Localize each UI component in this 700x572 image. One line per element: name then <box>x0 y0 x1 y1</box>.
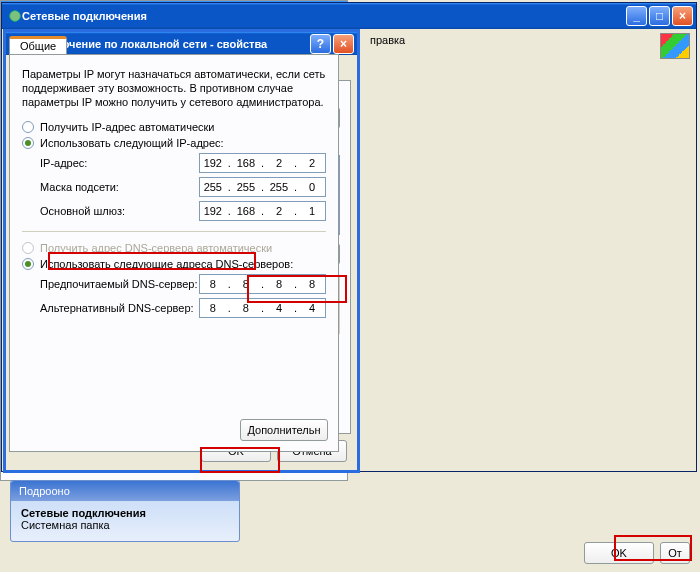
ip-octet[interactable]: 0 <box>299 181 325 193</box>
details-header[interactable]: Подрооно <box>11 481 239 501</box>
network-icon <box>8 9 22 23</box>
lan-title: Подключение по локальной сети - свойства <box>26 38 308 50</box>
radio-auto-dns <box>22 242 34 254</box>
ip-octet[interactable]: 255 <box>266 181 292 193</box>
dns1-label: Предпочитаемый DNS-сервер: <box>40 278 199 290</box>
ip-octet[interactable]: 2 <box>266 157 292 169</box>
radio-auto-ip-label: Получить IP-адрес автоматически <box>40 121 214 133</box>
ip-octet[interactable]: 255 <box>233 181 259 193</box>
radio-manual-ip[interactable] <box>22 137 34 149</box>
window-title: Сетевые подключения <box>22 10 624 22</box>
ip-octet[interactable]: 4 <box>299 302 325 314</box>
radio-auto-ip[interactable] <box>22 121 34 133</box>
ip-octet[interactable]: 192 <box>200 205 226 217</box>
titlebar[interactable]: Сетевые подключения _ □ × <box>2 3 696 29</box>
ip-octet[interactable]: 255 <box>200 181 226 193</box>
windows-flag-icon <box>660 33 690 59</box>
advanced-button[interactable]: Дополнительн <box>240 419 328 441</box>
maximize-button[interactable]: □ <box>649 6 670 26</box>
highlight-tcp-ok <box>614 535 692 561</box>
ip-label: IP-адрес: <box>40 157 199 169</box>
tcp-info: Параметры IP могут назначаться автоматич… <box>22 67 326 109</box>
ip-octet[interactable]: 2 <box>299 157 325 169</box>
ip-octet[interactable]: 1 <box>299 205 325 217</box>
tcp-tab-general[interactable]: Общие <box>9 36 67 55</box>
ip-field[interactable]: 192. 168. 2. 2 <box>199 153 326 173</box>
ip-octet[interactable]: 168 <box>233 205 259 217</box>
menu-help[interactable]: правка <box>370 34 405 46</box>
details-sub: Системная папка <box>21 519 229 531</box>
gw-label: Основной шлюз: <box>40 205 199 217</box>
tcpip-properties-dialog: Свойства: Протокол Интернета (TCP/IP) Об… <box>0 0 348 481</box>
highlight-tcpip-item <box>48 252 256 270</box>
highlight-lan-ok <box>200 447 280 473</box>
ip-octet[interactable]: 8 <box>200 302 226 314</box>
ip-octet[interactable]: 2 <box>266 205 292 217</box>
details-panel: Подрооно Сетевые подключения Системная п… <box>10 480 240 542</box>
ip-octet[interactable]: 4 <box>266 302 292 314</box>
mask-label: Маска подсети: <box>40 181 199 193</box>
svg-point-0 <box>10 11 21 22</box>
ip-octet[interactable]: 8 <box>233 302 259 314</box>
radio-manual-dns[interactable] <box>22 258 34 270</box>
lan-close-button[interactable]: × <box>333 34 354 54</box>
close-button[interactable]: × <box>672 6 693 26</box>
dns2-label: Альтернативный DNS-сервер: <box>40 302 199 314</box>
details-title: Сетевые подключения <box>21 507 229 519</box>
radio-manual-ip-label: Использовать следующий IP-адрес: <box>40 137 224 149</box>
help-button[interactable]: ? <box>310 34 331 54</box>
gw-field[interactable]: 192. 168. 2. 1 <box>199 201 326 221</box>
ip-octet[interactable]: 192 <box>200 157 226 169</box>
minimize-button[interactable]: _ <box>626 6 647 26</box>
highlight-properties-button <box>247 275 347 303</box>
ip-octet[interactable]: 168 <box>233 157 259 169</box>
mask-field[interactable]: 255. 255. 255. 0 <box>199 177 326 197</box>
ip-octet[interactable]: 8 <box>200 278 226 290</box>
